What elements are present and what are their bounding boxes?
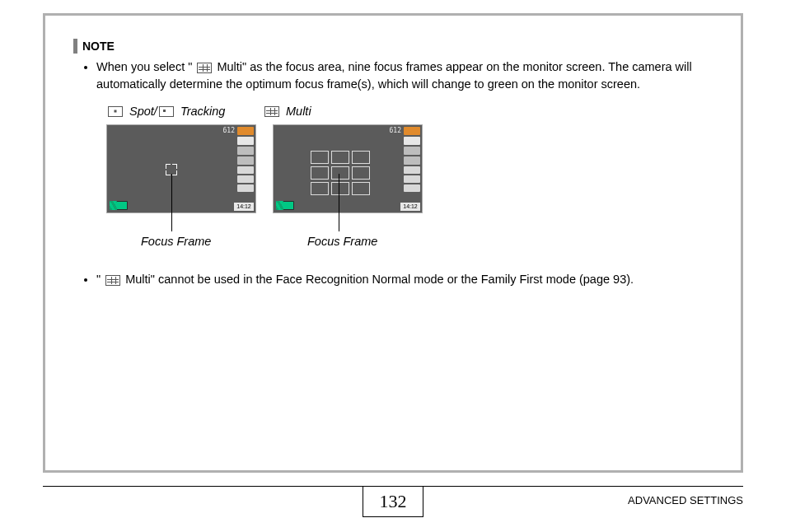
callout-line-2	[339, 174, 339, 231]
screen2-icon-column	[404, 127, 420, 192]
tracking-icon	[159, 106, 174, 117]
screen2-icon-5mn	[404, 137, 420, 145]
screen2-icon-awb	[404, 175, 420, 183]
screen1-icon-orange	[237, 127, 254, 135]
bullet2-pre: "	[96, 273, 101, 286]
label-group-multi: Multi	[263, 105, 311, 118]
screen1-icon-iso	[237, 166, 254, 174]
screen2-icon-flash	[404, 147, 420, 155]
footer-section: ADVANCED SETTINGS	[628, 494, 743, 506]
screen2-icon-ev	[404, 184, 420, 192]
note-accent-bar	[73, 39, 77, 54]
screen2-icon-iso	[404, 166, 420, 174]
bullet2-mid: Multi" cannot be used in the Face Recogn…	[125, 273, 634, 286]
screen1-icon-awb	[237, 175, 254, 183]
bullet1-pre: When you select "	[96, 60, 192, 73]
screen-labels-row: Spot / Tracking Multi	[106, 105, 713, 118]
page-frame: NOTE When you select " Multi" as the foc…	[43, 13, 743, 473]
multi-grid-icon	[197, 63, 212, 73]
callout-text-1: Focus Frame	[141, 235, 211, 248]
screen2-focus-grid	[311, 151, 370, 195]
screen1-icon-column	[237, 127, 254, 192]
screen2-topnum: 612	[390, 127, 401, 134]
screen1-topnum: 612	[223, 127, 235, 134]
screen2-icon-orange	[404, 127, 420, 135]
note-list-continued: " Multi" cannot be used in the Face Reco…	[96, 271, 713, 288]
screen2-time: 14:12	[400, 203, 420, 211]
note-bullet-2: " Multi" cannot be used in the Face Reco…	[96, 271, 713, 288]
screen1-icon-ev	[237, 184, 254, 192]
note-header: NOTE	[73, 39, 713, 54]
screen1-battery-icon	[110, 201, 128, 210]
multi-grid-icon	[264, 106, 279, 117]
page-number: 132	[363, 486, 423, 517]
spot-icon	[108, 106, 123, 117]
label-group-spot-tracking: Spot / Tracking	[106, 105, 263, 118]
camera-screen-multi: 612 14:12	[273, 124, 423, 213]
label-separator: /	[154, 105, 157, 118]
note-bullet-1: When you select " Multi" as the focus ar…	[96, 58, 713, 93]
screen2-icon-macro	[404, 156, 420, 165]
callout-line-1	[171, 174, 172, 231]
callout-text-2: Focus Frame	[307, 235, 377, 248]
screen1-icon-flash	[237, 147, 254, 155]
screen1-time: 14:12	[234, 203, 254, 211]
note-title: NOTE	[82, 40, 115, 53]
callouts-area: Focus Frame Focus Frame	[106, 213, 713, 246]
label-spot: Spot	[129, 105, 154, 118]
screen1-icon-5mn	[237, 137, 254, 145]
screen1-icon-macro	[237, 156, 254, 165]
screen2-battery-icon	[276, 201, 294, 210]
multi-grid-icon	[105, 275, 120, 286]
camera-screen-spot: 612 14:12	[106, 124, 256, 213]
screens-row: 612 14:12 612	[106, 124, 713, 213]
label-tracking: Tracking	[180, 105, 226, 118]
label-multi: Multi	[286, 105, 311, 118]
note-list: When you select " Multi" as the focus ar…	[96, 58, 713, 93]
